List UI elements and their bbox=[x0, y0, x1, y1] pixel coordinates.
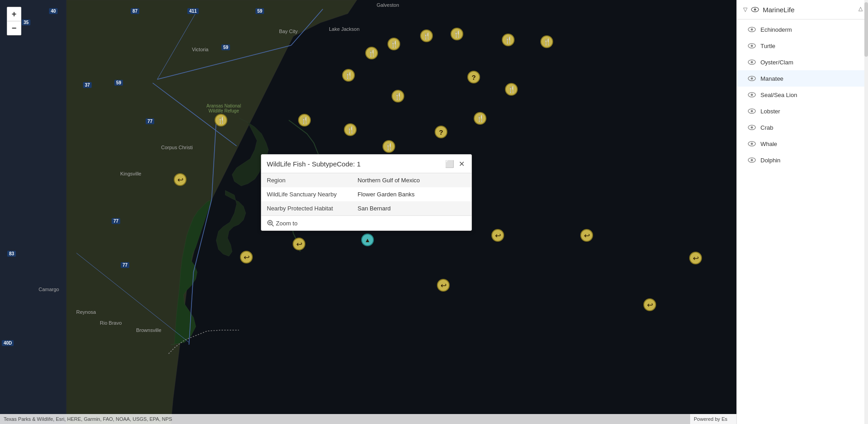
dolphin-visibility-icon[interactable] bbox=[748, 156, 756, 164]
popup-footer: Zoom to bbox=[261, 215, 471, 230]
legend-item-whale[interactable]: Whale bbox=[737, 136, 868, 152]
legend-scrollbar-thumb[interactable] bbox=[864, 2, 868, 57]
svg-point-24 bbox=[751, 94, 753, 96]
legend-item-manatee[interactable]: Manatee bbox=[737, 70, 868, 87]
marker-22[interactable]: ↩ bbox=[689, 252, 702, 264]
table-cell-value: Flower Garden Banks bbox=[352, 187, 471, 201]
legend-item-label-echinoderm: Echinoderm bbox=[760, 26, 792, 33]
zoom-controls: + − bbox=[7, 7, 21, 35]
marker-6[interactable]: 🍴 bbox=[344, 123, 357, 136]
legend-visibility-icon[interactable] bbox=[751, 5, 759, 14]
city-kingsville: Kingsville bbox=[120, 171, 141, 176]
svg-point-20 bbox=[751, 61, 753, 63]
marker-20[interactable]: ↩ bbox=[437, 279, 450, 292]
marker-teal[interactable]: ▲ bbox=[361, 234, 374, 246]
powered-by: Powered by Es bbox=[690, 414, 736, 424]
legend-item-turtle[interactable]: Turtle bbox=[737, 38, 868, 54]
svg-point-32 bbox=[751, 159, 753, 161]
marker-4[interactable]: ↩ bbox=[293, 238, 305, 250]
city-galveston: Galveston bbox=[377, 2, 399, 8]
road-label-83: 83 bbox=[7, 251, 16, 257]
svg-point-30 bbox=[751, 143, 753, 145]
zoom-in-button[interactable]: + bbox=[7, 7, 21, 21]
marker-16[interactable]: 🍴 bbox=[474, 112, 486, 125]
popup: WildLife Fish - SubtypeCode: 1 ⬜ ✕ Regio… bbox=[261, 154, 472, 231]
table-row: Nearby Protected Habitat San Bernard bbox=[261, 201, 471, 215]
svg-point-28 bbox=[751, 127, 753, 129]
seal-visibility-icon[interactable] bbox=[748, 91, 756, 99]
popup-maximize-button[interactable]: ⬜ bbox=[445, 159, 454, 168]
legend-collapse-button[interactable]: △ bbox=[858, 5, 863, 12]
svg-point-22 bbox=[751, 78, 753, 80]
popup-title: WildLife Fish - SubtypeCode: 1 bbox=[267, 160, 361, 168]
road-label-87: 87 bbox=[131, 8, 139, 14]
manatee-visibility-icon[interactable] bbox=[748, 74, 756, 83]
svg-point-18 bbox=[751, 45, 753, 47]
popup-controls: ⬜ ✕ bbox=[445, 159, 466, 168]
marker-8[interactable]: 🍴 bbox=[342, 69, 355, 82]
city-camargo: Camargo bbox=[39, 287, 59, 292]
svg-line-10 bbox=[272, 224, 274, 226]
legend-item-label-lobster: Lobster bbox=[760, 108, 780, 115]
legend-item-label-oyster: Oyster/Clam bbox=[760, 59, 793, 66]
marker-19[interactable]: ↩ bbox=[580, 229, 593, 242]
marker-question-2[interactable]: ? bbox=[435, 126, 447, 138]
place-aransas: Aransas NationalWildlife Refuge bbox=[206, 103, 241, 113]
popup-close-button[interactable]: ✕ bbox=[457, 159, 466, 168]
lobster-visibility-icon[interactable] bbox=[748, 107, 756, 115]
powered-by-text: Powered by Es bbox=[694, 416, 727, 422]
svg-point-14 bbox=[754, 9, 756, 11]
road-label-40: 40 bbox=[49, 8, 58, 14]
legend-item-label-manatee: Manatee bbox=[760, 75, 784, 82]
table-cell-label: Region bbox=[261, 173, 352, 187]
legend-expand-icon[interactable]: ▽ bbox=[743, 6, 747, 13]
legend-header: ▽ MarineLife △ bbox=[737, 0, 868, 19]
legend-item-dolphin[interactable]: Dolphin bbox=[737, 152, 868, 168]
legend-item-crab[interactable]: Crab bbox=[737, 119, 868, 136]
legend-item-label-whale: Whale bbox=[760, 141, 777, 147]
marker-1[interactable]: 🍴 bbox=[215, 114, 227, 127]
marker-15[interactable]: 🍴 bbox=[505, 83, 518, 96]
table-row: WildLife Sanctuary Nearby Flower Garden … bbox=[261, 187, 471, 201]
legend-item-echinoderm[interactable]: Echinoderm bbox=[737, 21, 868, 38]
marker-2[interactable]: ↩ bbox=[174, 173, 186, 186]
marker-13[interactable]: 🍴 bbox=[451, 28, 463, 40]
legend-item-seal[interactable]: Seal/Sea Lion bbox=[737, 87, 868, 103]
attribution-text: Texas Parks & Wildlife, Esri, HERE, Garm… bbox=[4, 416, 172, 422]
marker-question-1[interactable]: ? bbox=[467, 71, 480, 83]
marker-18[interactable]: ↩ bbox=[491, 229, 504, 242]
marker-7[interactable]: 🍴 bbox=[383, 140, 395, 153]
marker-17[interactable]: 🍴 bbox=[540, 35, 553, 48]
road-label-59-mid: 59 bbox=[221, 44, 230, 50]
marker-3[interactable]: ↩ bbox=[240, 251, 253, 263]
table-cell-label: Nearby Protected Habitat bbox=[261, 201, 352, 215]
marker-10[interactable]: 🍴 bbox=[387, 38, 400, 50]
marker-11[interactable]: 🍴 bbox=[392, 90, 404, 102]
table-row: Region Northern Gulf of Mexico bbox=[261, 173, 471, 187]
road-label-77-s: 77 bbox=[121, 262, 129, 268]
oyster-visibility-icon[interactable] bbox=[748, 58, 756, 66]
city-victoria: Victoria bbox=[192, 47, 208, 52]
city-rio-bravo: Rio Bravo bbox=[100, 320, 122, 326]
whale-visibility-icon[interactable] bbox=[748, 140, 756, 148]
map-container: 87 411 59 35 59 37 59 77 77 77 83 40D 40… bbox=[0, 0, 868, 424]
road-label-59-b: 59 bbox=[114, 80, 123, 86]
legend-item-oyster-clam[interactable]: Oyster/Clam bbox=[737, 54, 868, 70]
marker-5[interactable]: 🍴 bbox=[298, 114, 311, 127]
marker-9[interactable]: 🍴 bbox=[365, 47, 378, 59]
legend-title: MarineLife bbox=[763, 6, 794, 14]
zoom-to-button[interactable]: Zoom to bbox=[267, 219, 298, 227]
marker-14[interactable]: 🍴 bbox=[502, 34, 515, 46]
legend-item-lobster[interactable]: Lobster bbox=[737, 103, 868, 119]
map-attribution: Texas Parks & Wildlife, Esri, HERE, Garm… bbox=[0, 414, 736, 424]
crab-visibility-icon[interactable] bbox=[748, 123, 756, 132]
table-cell-value: San Bernard bbox=[352, 201, 471, 215]
zoom-out-button[interactable]: − bbox=[7, 21, 21, 35]
echinoderm-visibility-icon[interactable] bbox=[748, 25, 756, 34]
marker-21[interactable]: ↩ bbox=[643, 298, 656, 311]
marker-12[interactable]: 🍴 bbox=[420, 29, 433, 42]
legend-scrollbar[interactable] bbox=[864, 0, 868, 424]
legend-items-list: Echinoderm Turtle Oyster bbox=[737, 19, 868, 424]
turtle-visibility-icon[interactable] bbox=[748, 42, 756, 50]
legend-item-label-crab: Crab bbox=[760, 124, 773, 131]
